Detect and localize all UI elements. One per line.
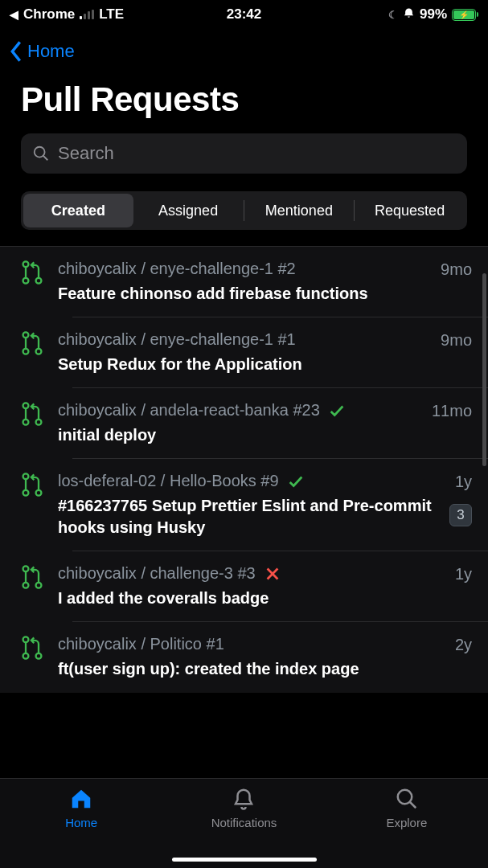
nav-back-label: Home <box>27 41 75 62</box>
pr-repo-path: chiboycalix / challenge-3 #3 <box>58 564 256 583</box>
pr-time: 9mo <box>441 260 472 279</box>
svg-point-2 <box>23 261 29 267</box>
tab-label: Explore <box>386 816 427 829</box>
pull-request-row[interactable]: chiboycalix / enye-challenge-1 #2 Featur… <box>0 246 488 317</box>
tab-mentioned[interactable]: Mentioned <box>244 194 355 227</box>
svg-point-27 <box>36 653 42 659</box>
svg-point-9 <box>36 349 42 354</box>
svg-point-7 <box>23 349 29 354</box>
nav-back-button[interactable]: Home <box>0 29 488 71</box>
svg-point-11 <box>23 420 29 425</box>
pr-title: I added the coveralls badge <box>58 588 441 609</box>
search-input[interactable] <box>58 143 456 164</box>
home-icon <box>69 787 93 811</box>
pr-title: Setup Redux for the Application <box>58 354 426 375</box>
pr-title: Feature chinonso add firebase functions <box>58 283 426 305</box>
tab-bar: Home Notifications Explore <box>0 778 488 868</box>
pr-comment-count-badge: 3 <box>449 504 472 526</box>
clock: 23:42 <box>227 6 261 23</box>
battery-percent: 99% <box>420 6 447 23</box>
svg-point-3 <box>23 278 29 284</box>
back-to-app-label[interactable]: Chrome <box>23 6 75 23</box>
carrier-label: LTE <box>99 6 124 23</box>
search-icon <box>395 787 419 811</box>
pr-repo-path: chiboycalix / andela-react-banka #23 <box>58 401 320 420</box>
pr-time: 1y <box>455 473 472 491</box>
pull-request-list: chiboycalix / enye-challenge-1 #2 Featur… <box>0 246 488 693</box>
page-title: Pull Requests <box>0 71 488 133</box>
tab-home[interactable]: Home <box>0 787 162 868</box>
tab-label: Home <box>65 816 97 829</box>
pr-repo-path: chiboycalix / enye-challenge-1 #1 <box>58 330 296 349</box>
pr-time: 11mo <box>432 402 472 420</box>
pull-request-icon <box>21 401 43 446</box>
search-icon <box>32 145 50 162</box>
alarm-icon <box>403 6 415 23</box>
svg-point-28 <box>398 790 412 805</box>
cellular-signal-icon <box>80 10 94 19</box>
svg-point-17 <box>36 490 42 496</box>
pr-repo-path: chiboycalix / Politico #1 <box>58 635 224 653</box>
pull-request-icon <box>21 260 43 305</box>
pull-request-row[interactable]: chiboycalix / Politico #1 ft(user sign u… <box>0 622 488 693</box>
tab-label: Notifications <box>211 816 277 829</box>
svg-point-18 <box>23 566 29 571</box>
svg-point-21 <box>36 583 42 588</box>
back-to-app-arrow-icon[interactable]: ◀ <box>10 8 18 21</box>
filter-segmented-control: Created Assigned Mentioned Requested <box>21 191 467 230</box>
svg-point-13 <box>36 420 42 425</box>
svg-point-0 <box>35 147 45 158</box>
svg-point-24 <box>23 637 29 642</box>
pr-time: 1y <box>455 565 472 583</box>
pull-request-icon <box>21 635 43 680</box>
tab-notifications[interactable]: Notifications <box>162 787 325 868</box>
status-bar: ◀ Chrome LTE 23:42 ☾ 99% ⚡ <box>0 0 488 29</box>
tab-requested[interactable]: Requested <box>355 194 465 227</box>
home-indicator[interactable] <box>172 858 317 862</box>
pull-request-icon <box>21 472 43 538</box>
pr-time: 2y <box>455 636 472 654</box>
svg-line-1 <box>43 156 48 161</box>
status-failed-icon <box>264 565 281 583</box>
status-check-icon <box>328 402 346 420</box>
pull-request-row[interactable]: los-deferal-02 / Hello-Books #9 #1662377… <box>0 459 488 551</box>
do-not-disturb-icon: ☾ <box>388 9 398 21</box>
chevron-left-icon <box>8 40 24 63</box>
status-check-icon <box>287 473 305 490</box>
search-field[interactable] <box>21 133 467 174</box>
tab-created[interactable]: Created <box>23 194 133 227</box>
tab-explore[interactable]: Explore <box>326 787 488 868</box>
pr-repo-path: los-deferal-02 / Hello-Books #9 <box>58 472 279 490</box>
pull-request-row[interactable]: chiboycalix / challenge-3 #3 I added the… <box>0 551 488 622</box>
pull-request-row[interactable]: chiboycalix / enye-challenge-1 #1 Setup … <box>0 317 488 388</box>
pull-request-icon <box>21 330 43 375</box>
bell-icon <box>232 787 256 811</box>
svg-point-6 <box>23 332 29 338</box>
battery-icon: ⚡ <box>452 9 478 21</box>
pr-title: ft(user sign up): created the index page <box>58 658 441 680</box>
pr-time: 9mo <box>441 331 472 350</box>
scrollbar-thumb[interactable] <box>482 273 486 466</box>
svg-point-14 <box>23 473 29 479</box>
svg-line-29 <box>410 802 416 809</box>
scrollbar[interactable] <box>482 273 486 772</box>
pull-request-icon <box>21 564 43 609</box>
svg-point-15 <box>23 490 29 496</box>
pull-request-row[interactable]: chiboycalix / andela-react-banka #23 ini… <box>0 388 488 459</box>
pr-title: #166237765 Setup Prettier Eslint and Pre… <box>58 495 435 538</box>
svg-point-5 <box>36 278 42 284</box>
svg-point-19 <box>23 583 29 588</box>
tab-assigned[interactable]: Assigned <box>133 194 244 227</box>
pr-title: initial deploy <box>58 424 417 446</box>
svg-point-10 <box>23 403 29 408</box>
pr-repo-path: chiboycalix / enye-challenge-1 #2 <box>58 260 296 278</box>
svg-point-25 <box>23 653 29 659</box>
